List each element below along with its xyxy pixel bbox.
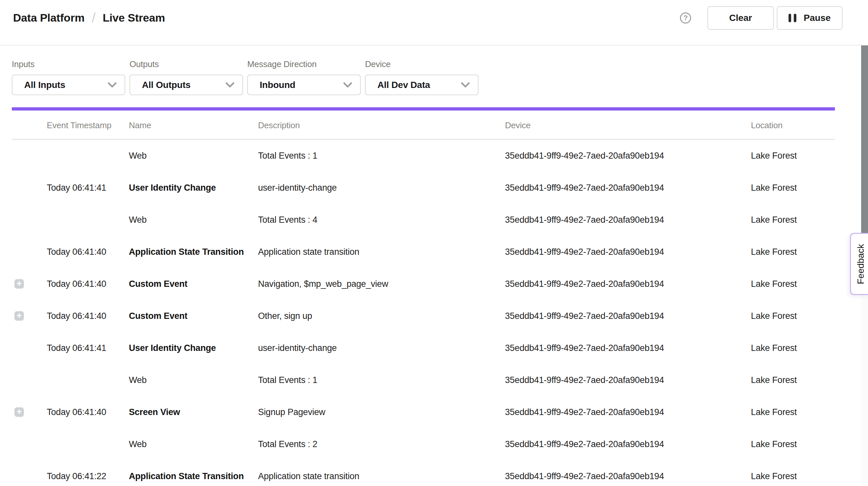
breadcrumb-separator: / xyxy=(92,10,95,26)
breadcrumb: Data Platform / Live Stream xyxy=(13,10,165,26)
event-name-cell: Application State Transition xyxy=(129,247,244,257)
event-location-cell: Lake Forest xyxy=(751,407,797,417)
event-device-cell: 35eddb41-9ff9-49e2-7aed-20afa90eb194 xyxy=(505,343,664,353)
table-header: Event Timestamp Name Description Device … xyxy=(0,111,868,140)
column-header-event-timestamp: Event Timestamp xyxy=(47,120,112,130)
event-location-cell: Lake Forest xyxy=(751,151,797,161)
event-description-cell: Application state transition xyxy=(258,471,360,481)
event-device-cell: 35eddb41-9ff9-49e2-7aed-20afa90eb194 xyxy=(505,279,664,289)
outputs-select-value: All Outputs xyxy=(142,80,191,90)
event-location-cell: Lake Forest xyxy=(751,375,797,385)
event-timestamp-cell: Today 06:41:22 xyxy=(47,471,106,481)
event-name-cell: Web xyxy=(129,439,147,449)
event-description-cell: Total Events : 1 xyxy=(258,375,317,385)
event-timestamp-cell: Today 06:41:40 xyxy=(47,247,106,257)
event-device-cell: 35eddb41-9ff9-49e2-7aed-20afa90eb194 xyxy=(505,471,664,481)
breadcrumb-section[interactable]: Data Platform xyxy=(13,11,84,24)
event-timestamp-cell: Today 06:41:41 xyxy=(47,343,106,353)
table-row[interactable]: Web Total Events : 4 35eddb41-9ff9-49e2-… xyxy=(0,204,868,236)
filter-inputs: Inputs All Inputs xyxy=(12,60,125,95)
event-description-cell: Other, sign up xyxy=(258,311,312,321)
event-description-cell: Total Events : 1 xyxy=(258,151,317,161)
event-description-cell: Signup Pageview xyxy=(258,407,326,417)
column-header-name: Name xyxy=(129,120,151,130)
table-row[interactable]: Today 06:41:40 Application State Transit… xyxy=(0,236,868,268)
header-actions: ? Clear Pause xyxy=(680,6,842,30)
feedback-tab-label: Feedback xyxy=(856,244,866,284)
scrollbar-thumb[interactable] xyxy=(861,45,868,233)
event-device-cell: 35eddb41-9ff9-49e2-7aed-20afa90eb194 xyxy=(505,247,664,257)
pause-icon xyxy=(788,14,796,22)
help-icon[interactable]: ? xyxy=(680,12,691,24)
column-header-location: Location xyxy=(751,120,783,130)
chevron-down-icon xyxy=(343,79,352,88)
filter-label-inputs: Inputs xyxy=(12,60,125,68)
feedback-tab[interactable]: Feedback xyxy=(850,233,868,295)
event-name-cell: User Identity Change xyxy=(129,183,216,193)
event-description-cell: Application state transition xyxy=(258,247,360,257)
event-device-cell: 35eddb41-9ff9-49e2-7aed-20afa90eb194 xyxy=(505,311,664,321)
event-location-cell: Lake Forest xyxy=(751,183,797,193)
filter-label-device: Device xyxy=(365,60,478,68)
event-name-cell: Web xyxy=(129,375,147,385)
table-row[interactable]: + Today 06:41:40 Screen View Signup Page… xyxy=(0,396,868,428)
table-row[interactable]: Today 06:41:41 User Identity Change user… xyxy=(0,172,868,204)
event-location-cell: Lake Forest xyxy=(751,247,797,257)
filter-outputs: Outputs All Outputs xyxy=(129,60,243,95)
event-device-cell: 35eddb41-9ff9-49e2-7aed-20afa90eb194 xyxy=(505,407,664,417)
event-name-cell: Web xyxy=(129,215,147,225)
event-device-cell: 35eddb41-9ff9-49e2-7aed-20afa90eb194 xyxy=(505,439,664,449)
inputs-select[interactable]: All Inputs xyxy=(12,74,125,95)
pause-button[interactable]: Pause xyxy=(777,6,842,30)
filter-device: Device All Dev Data xyxy=(365,60,478,95)
expand-icon[interactable]: + xyxy=(14,407,24,417)
stream-accent-bar xyxy=(12,107,835,111)
event-name-cell: Application State Transition xyxy=(129,471,244,481)
device-select-value: All Dev Data xyxy=(377,80,430,90)
event-description-cell: Total Events : 4 xyxy=(258,215,317,225)
column-header-description: Description xyxy=(258,120,300,130)
table-row[interactable]: + Today 06:41:40 Custom Event Navigation… xyxy=(0,268,868,300)
event-name-cell: Custom Event xyxy=(129,279,187,289)
page-header: Data Platform / Live Stream ? Clear Paus… xyxy=(0,0,868,45)
event-timestamp-cell: Today 06:41:40 xyxy=(47,311,106,321)
event-location-cell: Lake Forest xyxy=(751,311,797,321)
table-row[interactable]: + Today 06:41:40 Custom Event Other, sig… xyxy=(0,300,868,332)
event-name-cell: Custom Event xyxy=(129,311,187,321)
filter-label-outputs: Outputs xyxy=(129,60,243,68)
message-direction-select-value: Inbound xyxy=(260,80,295,90)
event-location-cell: Lake Forest xyxy=(751,343,797,353)
message-direction-select[interactable]: Inbound xyxy=(247,74,361,95)
outputs-select[interactable]: All Outputs xyxy=(129,74,243,95)
event-location-cell: Lake Forest xyxy=(751,439,797,449)
event-device-cell: 35eddb41-9ff9-49e2-7aed-20afa90eb194 xyxy=(505,183,664,193)
event-device-cell: 35eddb41-9ff9-49e2-7aed-20afa90eb194 xyxy=(505,375,664,385)
table-row[interactable]: Today 06:41:22 Application State Transit… xyxy=(0,460,868,486)
inputs-select-value: All Inputs xyxy=(24,80,65,90)
event-location-cell: Lake Forest xyxy=(751,471,797,481)
events-table: Event Timestamp Name Description Device … xyxy=(0,111,868,486)
event-location-cell: Lake Forest xyxy=(751,279,797,289)
event-name-cell: Screen View xyxy=(129,407,180,417)
event-device-cell: 35eddb41-9ff9-49e2-7aed-20afa90eb194 xyxy=(505,215,664,225)
expand-icon[interactable]: + xyxy=(14,279,24,289)
event-name-cell: Web xyxy=(129,151,147,161)
event-timestamp-cell: Today 06:41:40 xyxy=(47,279,106,289)
table-body: Web Total Events : 1 35eddb41-9ff9-49e2-… xyxy=(0,140,868,486)
table-row[interactable]: Web Total Events : 2 35eddb41-9ff9-49e2-… xyxy=(0,428,868,460)
chevron-down-icon xyxy=(107,79,117,88)
pause-button-label: Pause xyxy=(804,13,831,23)
table-row[interactable]: Web Total Events : 1 35eddb41-9ff9-49e2-… xyxy=(0,140,868,172)
event-timestamp-cell: Today 06:41:40 xyxy=(47,407,106,417)
table-row[interactable]: Web Total Events : 1 35eddb41-9ff9-49e2-… xyxy=(0,364,868,396)
page-title: Live Stream xyxy=(103,11,165,24)
event-timestamp-cell: Today 06:41:41 xyxy=(47,183,106,193)
event-name-cell: User Identity Change xyxy=(129,343,216,353)
device-select[interactable]: All Dev Data xyxy=(365,74,478,95)
table-row[interactable]: Today 06:41:41 User Identity Change user… xyxy=(0,332,868,364)
chevron-down-icon xyxy=(225,79,235,88)
expand-icon[interactable]: + xyxy=(14,311,24,321)
clear-button[interactable]: Clear xyxy=(707,6,774,30)
event-description-cell: Total Events : 2 xyxy=(258,439,317,449)
event-description-cell: user-identity-change xyxy=(258,183,337,193)
